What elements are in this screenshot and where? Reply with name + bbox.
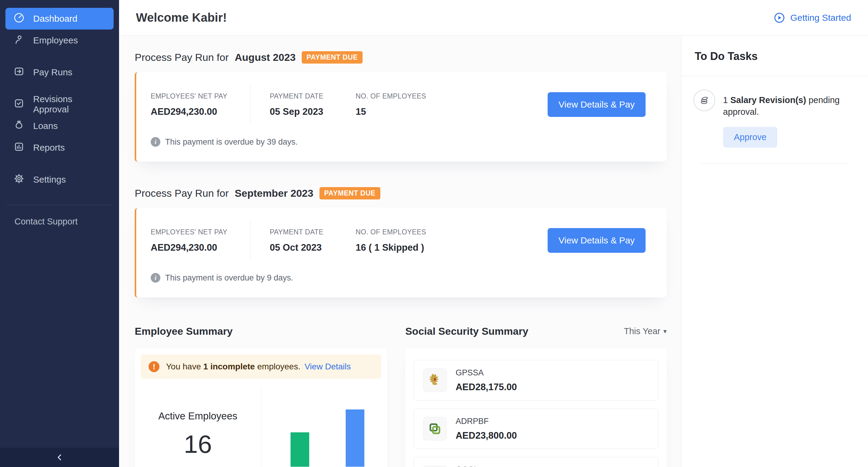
payrun-title-prefix: Process Pay Run for: [135, 52, 229, 63]
active-employees-label: Active Employees: [158, 410, 237, 422]
overdue-note-row: i This payment is overdue by 39 days.: [151, 137, 646, 147]
expats-bar-group: EXPATS: [342, 409, 368, 467]
info-icon: i: [151, 273, 160, 283]
gpssa-amount: AED28,175.00: [456, 382, 517, 393]
active-employees-block: Active Employees 16: [135, 388, 261, 467]
view-details-pay-button[interactable]: View Details & Pay: [548, 92, 646, 117]
overdue-note: This payment is overdue by 39 days.: [165, 137, 298, 147]
gpssa-name: GPSSA: [456, 368, 517, 377]
sidebar: Dashboard Employees Pay Runs Revisions A…: [0, 0, 119, 467]
payrun-section-title-august: Process Pay Run for August 2023 PAYMENT …: [135, 51, 667, 64]
year-filter-dropdown[interactable]: This Year ▾: [624, 326, 667, 336]
payment-date-stat: PAYMENT DATE 05 Sep 2023: [270, 92, 355, 117]
alert-bold: 1 incomplete: [204, 362, 255, 371]
checkbox-icon: [13, 98, 25, 111]
task-bold: Salary Revision(s): [730, 95, 806, 105]
adrpbf-row: ADRPBF AED23,800.00: [414, 409, 658, 449]
getting-started-link[interactable]: Getting Started: [773, 12, 851, 24]
main-content: Process Pay Run for August 2023 PAYMENT …: [119, 36, 681, 467]
employees-icon: [13, 34, 25, 47]
payment-date-value: 05 Sep 2023: [270, 106, 355, 117]
social-security-list: GPSSA AED28,175.00 ADRPBF: [405, 349, 667, 467]
employee-count-label: NO. OF EMPLOYEES: [355, 228, 426, 236]
payment-date-value: 05 Oct 2023: [270, 242, 355, 253]
task-text: 1 Salary Revision(s) pending approval.: [723, 90, 856, 118]
sidebar-item-dashboard[interactable]: Dashboard: [5, 8, 114, 30]
alert-text: You have 1 incomplete employees. View De…: [166, 362, 351, 372]
gosi-logo-icon: [423, 466, 447, 467]
chevron-down-icon: ▾: [663, 328, 667, 335]
sidebar-item-reports[interactable]: Reports: [5, 137, 114, 158]
info-icon: i: [151, 137, 160, 147]
sidebar-item-label: Revisions Approval: [33, 94, 106, 115]
play-circle-icon: [773, 12, 785, 24]
approve-button[interactable]: Approve: [723, 127, 777, 148]
payment-due-badge: PAYMENT DUE: [319, 187, 380, 199]
todo-title: To Do Tasks: [695, 50, 855, 63]
adrpbf-amount: AED23,800.00: [456, 430, 517, 441]
employee-bar-chart: NATIONALS EXPATS: [261, 388, 387, 467]
stat-divider: [250, 85, 250, 124]
payroll-dashboard: Dashboard Employees Pay Runs Revisions A…: [0, 0, 868, 467]
pay-runs-icon: [13, 66, 25, 79]
payment-due-badge: PAYMENT DUE: [302, 51, 363, 64]
nationals-bar: [290, 432, 309, 467]
net-pay-stat: EMPLOYEES' NET PAY AED294,230.00: [151, 92, 250, 117]
payrun-stats-row: EMPLOYEES' NET PAY AED294,230.00 PAYMENT…: [151, 225, 646, 255]
sidebar-item-label: Employees: [33, 35, 78, 45]
todo-panel: To Do Tasks 1 Salary Revision(s) pending…: [681, 36, 868, 467]
sidebar-item-label: Dashboard: [33, 13, 78, 24]
sidebar-item-pay-runs[interactable]: Pay Runs: [5, 61, 114, 83]
gosi-name: GOSI: [456, 465, 517, 467]
page-title: Welcome Kabir!: [136, 11, 227, 24]
year-filter-value: This Year: [624, 326, 660, 336]
contact-support-link[interactable]: Contact Support: [0, 205, 119, 226]
adrpbf-name: ADRPBF: [456, 417, 517, 426]
todo-body: 1 Salary Revision(s) pending approval. A…: [681, 76, 868, 164]
employee-count-value: 16 ( 1 Skipped ): [355, 242, 426, 253]
coins-icon: [693, 90, 715, 111]
net-pay-value: AED294,230.00: [151, 106, 250, 117]
gosi-row: GOSI AED18,900.00: [414, 457, 658, 467]
payrun-period: September 2023: [235, 187, 313, 199]
payrun-stats-row: EMPLOYEES' NET PAY AED294,230.00 PAYMENT…: [151, 90, 646, 120]
sidebar-item-label: Loans: [33, 121, 58, 131]
employee-count-value: 15: [355, 106, 426, 117]
view-details-link[interactable]: View Details: [304, 362, 351, 371]
incomplete-employees-alert: ! You have 1 incomplete employees. View …: [141, 354, 381, 379]
employee-chart-body: Active Employees 16 NATIONALS: [135, 388, 387, 467]
sidebar-item-loans[interactable]: Loans: [5, 115, 114, 137]
sidebar-item-label: Reports: [33, 143, 65, 153]
overdue-note-row: i This payment is overdue by 9 days.: [151, 273, 646, 283]
sidebar-nav: Dashboard Employees Pay Runs Revisions A…: [0, 0, 119, 190]
chevron-left-icon: [55, 453, 64, 462]
sidebar-item-revisions-approval[interactable]: Revisions Approval: [5, 93, 114, 115]
getting-started-label: Getting Started: [790, 13, 851, 23]
view-details-pay-button[interactable]: View Details & Pay: [548, 228, 646, 253]
payrun-title-prefix: Process Pay Run for: [135, 187, 229, 199]
gosi-info: GOSI AED18,900.00: [456, 465, 517, 467]
employee-count-label: NO. OF EMPLOYEES: [355, 92, 426, 100]
top-header: Welcome Kabir! Getting Started: [119, 0, 868, 36]
employee-count-stat: NO. OF EMPLOYEES 16 ( 1 Skipped ): [355, 228, 426, 253]
sidebar-item-settings[interactable]: Settings: [5, 169, 114, 190]
payrun-section-title-september: Process Pay Run for September 2023 PAYME…: [135, 187, 667, 199]
adrpbf-logo-icon: [423, 417, 447, 440]
active-employees-count: 16: [184, 430, 212, 459]
gear-icon: [13, 173, 25, 187]
dashboard-icon: [13, 12, 25, 26]
content-shell: Welcome Kabir! Getting Started Process P…: [119, 0, 868, 467]
warning-icon: !: [149, 361, 159, 372]
employee-summary-title: Employee Summary: [135, 325, 233, 337]
sidebar-item-label: Settings: [33, 175, 66, 185]
summary-row: Employee Summary ! You have 1 incomplete…: [135, 325, 667, 467]
social-security-section: Social Security Summary This Year ▾: [405, 325, 667, 467]
payment-date-stat: PAYMENT DATE 05 Oct 2023: [270, 228, 355, 253]
employee-summary-section: Employee Summary ! You have 1 incomplete…: [135, 325, 387, 467]
social-security-title: Social Security Summary: [405, 325, 528, 337]
sidebar-collapse-button[interactable]: [0, 448, 119, 467]
gpssa-logo-icon: [423, 369, 447, 392]
employee-summary-card: ! You have 1 incomplete employees. View …: [135, 349, 387, 467]
task-prefix: 1: [723, 95, 728, 105]
sidebar-item-employees[interactable]: Employees: [5, 30, 114, 51]
